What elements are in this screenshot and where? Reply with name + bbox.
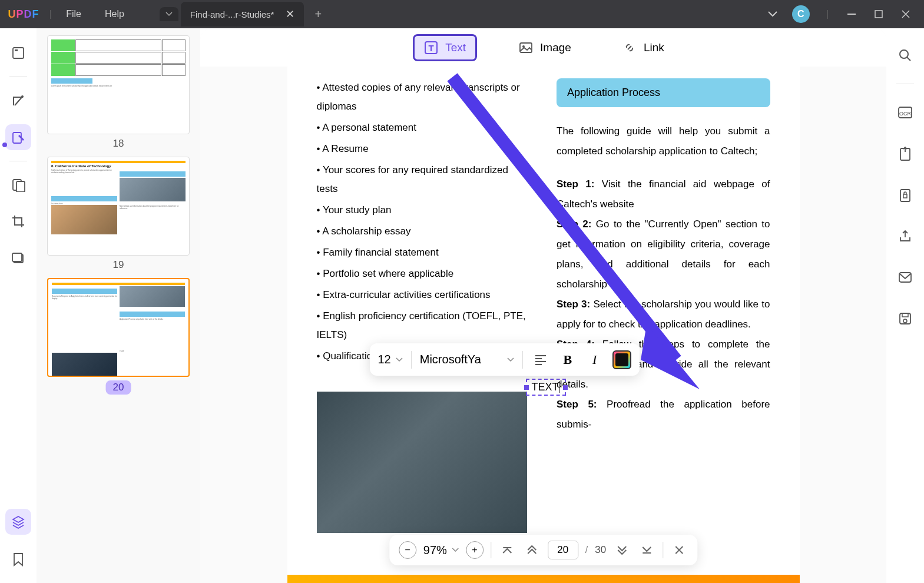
reader-tool[interactable] — [5, 40, 31, 66]
export-button[interactable] — [892, 141, 918, 167]
svg-rect-22 — [902, 313, 908, 317]
align-left-button[interactable] — [531, 350, 550, 369]
zoom-select[interactable]: 97% — [423, 544, 459, 557]
svg-rect-19 — [903, 194, 907, 198]
text-edit-box[interactable]: TEXT — [526, 379, 566, 396]
page-number-input[interactable] — [548, 541, 578, 559]
bullet-item: • Attested copies of any relevant transc… — [317, 78, 531, 116]
tool-divider — [9, 77, 27, 77]
bullet-item: • Extra-curricular activities certificat… — [317, 286, 531, 304]
document-view[interactable]: • Attested copies of any relevant transc… — [200, 67, 886, 583]
edit-link-label: Link — [644, 41, 664, 54]
font-family-value: MicrosoftYa — [420, 353, 502, 366]
svg-rect-3 — [15, 49, 18, 51]
share-button[interactable] — [892, 223, 918, 249]
zoom-value: 97% — [423, 544, 447, 557]
maximize-button[interactable] — [872, 8, 885, 21]
close-button[interactable] — [899, 8, 912, 21]
format-separator — [522, 351, 523, 369]
avatar[interactable]: C — [792, 5, 810, 23]
first-page-button[interactable] — [498, 541, 516, 559]
font-size-select[interactable]: 12 — [378, 353, 403, 366]
menu-help[interactable]: Help — [93, 9, 136, 19]
bullet-item: • Family financial statement — [317, 243, 531, 262]
document-photo — [317, 392, 527, 533]
caret-down-icon — [507, 357, 514, 362]
tab-document[interactable]: Find-and-...r-Studies* ✕ — [181, 2, 304, 26]
last-page-button[interactable] — [638, 541, 655, 559]
step-5: Step 5: Proofread the application before… — [557, 395, 770, 435]
svg-point-23 — [903, 319, 907, 323]
thumbnail-label-active: 20 — [106, 380, 131, 395]
prev-page-button[interactable] — [523, 541, 541, 559]
redact-tool[interactable] — [5, 245, 31, 271]
bullet-item: • Portfolio set where applicable — [317, 264, 531, 283]
crop-tool[interactable] — [5, 208, 31, 234]
search-button[interactable] — [892, 42, 918, 68]
edit-link-button[interactable]: Link — [613, 36, 674, 59]
tool-indicator-dot — [2, 143, 7, 147]
caret-down-icon — [452, 548, 459, 552]
thumbnail-panel[interactable]: Lorem ipsum text content scholarship inf… — [37, 28, 200, 583]
edit-toolbar: T Text Image Link — [200, 28, 886, 67]
svg-rect-0 — [847, 14, 856, 15]
font-size-value: 12 — [378, 353, 391, 366]
tool-divider — [9, 161, 27, 161]
edit-text-label: Text — [445, 41, 466, 54]
window-controls: C | — [767, 5, 924, 23]
bullet-item: • A Resume — [317, 140, 531, 158]
text-icon: T — [424, 41, 438, 55]
svg-rect-2 — [13, 48, 24, 58]
svg-rect-18 — [900, 190, 910, 201]
text-box-handle-right[interactable] — [563, 385, 568, 390]
step-2: Step 2: Go to the "Currently Open" secti… — [557, 214, 770, 294]
bookmark-tool[interactable] — [5, 546, 31, 572]
email-button[interactable] — [892, 264, 918, 290]
text-box-content[interactable]: TEXT — [532, 381, 560, 393]
center-area: T Text Image Link • — [200, 28, 886, 583]
svg-text:OCR: OCR — [899, 111, 912, 117]
comment-tool[interactable] — [5, 88, 31, 114]
zoom-in-button[interactable]: + — [466, 541, 483, 559]
page-total: 30 — [595, 544, 606, 556]
menu-separator: | — [49, 9, 52, 19]
separator: | — [826, 9, 829, 19]
close-controls-button[interactable] — [670, 541, 688, 559]
next-page-button[interactable] — [613, 541, 631, 559]
tab-add-button[interactable]: + — [314, 8, 322, 21]
thumbnail-18[interactable]: Lorem ipsum text content scholarship inf… — [47, 35, 190, 150]
chevron-down-icon[interactable] — [767, 11, 778, 18]
menu-file[interactable]: File — [54, 9, 93, 19]
ocr-button[interactable]: OCR — [892, 100, 918, 125]
zoom-out-button[interactable]: − — [399, 541, 416, 559]
layers-tool[interactable] — [5, 509, 31, 535]
protect-button[interactable] — [892, 182, 918, 208]
edit-image-button[interactable]: Image — [509, 36, 581, 59]
link-icon — [622, 41, 637, 55]
font-family-select[interactable]: MicrosoftYa — [420, 353, 514, 366]
control-separator — [491, 542, 491, 558]
bold-button[interactable]: B — [558, 350, 577, 369]
step-3: Step 3: Select the scholarship you would… — [557, 294, 770, 334]
color-picker[interactable] — [612, 350, 631, 369]
step-1: Step 1: Visit the financial aid webpage … — [557, 174, 770, 214]
app-logo: UPDF — [0, 8, 47, 21]
thumbnail-19[interactable]: 6. California Institute of Technology Ca… — [47, 157, 190, 271]
edit-tool[interactable] — [5, 124, 31, 150]
page-footer-bar — [287, 575, 800, 583]
tab-dropdown[interactable] — [160, 7, 178, 21]
organize-tool[interactable] — [5, 172, 31, 198]
edit-image-label: Image — [540, 41, 571, 54]
edit-text-button[interactable]: T Text — [413, 34, 477, 61]
minimize-button[interactable] — [845, 8, 858, 21]
text-box-handle-left[interactable] — [524, 385, 529, 390]
italic-button[interactable]: I — [585, 350, 604, 369]
application-process-heading: Application Process — [557, 78, 770, 107]
left-toolbar — [0, 28, 37, 583]
thumbnail-label: 18 — [47, 138, 190, 150]
svg-rect-5 — [13, 132, 21, 143]
tab-close-icon[interactable]: ✕ — [286, 8, 294, 21]
svg-point-14 — [900, 50, 908, 58]
save-button[interactable] — [892, 306, 918, 332]
thumbnail-20[interactable]: Documents Required to Apply list of item… — [47, 278, 190, 395]
